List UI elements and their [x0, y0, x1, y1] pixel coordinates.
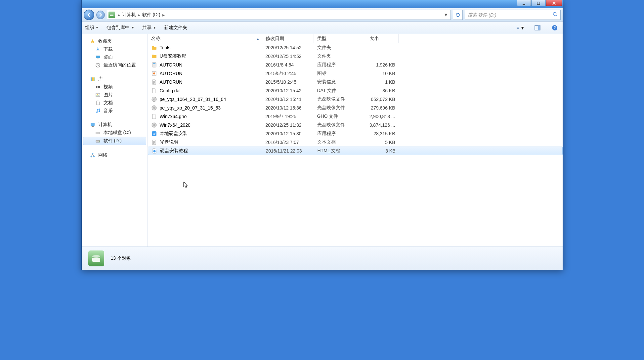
file-row[interactable]: 硬盘安装教程2016/11/21 22:03HTML 文档3 KB — [148, 147, 563, 155]
back-button[interactable] — [84, 10, 94, 20]
file-row[interactable]: 光盘说明2016/10/23 7:07文本文档5 KB — [148, 138, 563, 147]
sidebar-item-label: 图片 — [104, 92, 113, 98]
sidebar-computer-label: 计算机 — [98, 122, 112, 128]
file-date: 2020/10/12 15:42 — [262, 88, 314, 93]
file-row[interactable]: Tools2020/12/25 14:52文件夹 — [148, 43, 563, 52]
file-date: 2020/12/25 11:32 — [262, 122, 314, 128]
file-date: 2019/9/7 19:25 — [262, 114, 314, 119]
file-name: Config.dat — [160, 88, 181, 93]
forward-button[interactable] — [96, 11, 105, 19]
sidebar-item-favorites-1[interactable]: 桌面 — [83, 53, 146, 61]
address-dropdown-button[interactable]: ▾ — [443, 12, 449, 18]
status-object-count: 13 个对象 — [111, 255, 131, 261]
sidebar-item-libraries-3[interactable]: 音乐 — [83, 107, 146, 115]
pictures-icon — [95, 92, 101, 98]
minimize-button[interactable] — [517, 0, 531, 6]
sidebar-item-label: 最近访问的位置 — [104, 62, 136, 68]
file-type: 文件夹 — [314, 53, 366, 59]
file-row[interactable]: pe_yqs_xp_20_07_31_15_532020/10/12 15:36… — [148, 104, 563, 112]
svg-text:?: ? — [553, 25, 556, 30]
file-row[interactable]: 本地硬盘安装2020/10/12 15:30应用程序28,315 KB — [148, 129, 563, 138]
file-row[interactable]: AUTORUN2015/5/10 2:45图标10 KB — [148, 69, 563, 78]
minimize-icon — [522, 1, 526, 5]
command-toolbar: 组织▼ 包含到库中▼ 共享▼ 新建文件夹 ▼ — [82, 22, 563, 34]
sidebar-item-computer-1[interactable]: 软件 (D:) — [83, 137, 146, 145]
sidebar-item-computer-0[interactable]: 本地磁盘 (C:) — [83, 129, 146, 137]
sidebar-item-favorites-0[interactable]: 下载 — [83, 45, 146, 53]
file-row[interactable]: Win7x64_20202020/12/25 11:32光盘映像文件3,874,… — [148, 121, 563, 129]
include-in-library-menu[interactable]: 包含到库中▼ — [107, 25, 134, 31]
file-date: 2016/1/8 4:54 — [262, 62, 314, 68]
refresh-button[interactable] — [453, 10, 463, 20]
sort-ascending-icon: ▴ — [257, 37, 259, 40]
maximize-icon — [537, 1, 540, 5]
sidebar-item-libraries-1[interactable]: 图片 — [83, 91, 146, 99]
sidebar-favorites-header[interactable]: 收藏夹 — [83, 37, 146, 45]
column-header-size[interactable]: 大小 — [366, 34, 399, 43]
file-name: AUTORUN — [160, 71, 183, 76]
txt-icon — [151, 139, 157, 145]
svg-point-3 — [553, 12, 556, 15]
new-folder-button[interactable]: 新建文件夹 — [164, 25, 187, 31]
file-row[interactable]: AUTORUN2016/1/8 4:54应用程序1,926 KB — [148, 61, 563, 69]
help-button[interactable]: ? — [550, 24, 559, 32]
close-icon — [552, 1, 556, 5]
file-size: 1 KB — [366, 79, 399, 85]
file-size: 36 KB — [366, 88, 399, 93]
organize-menu[interactable]: 组织▼ — [85, 25, 99, 31]
drive-large-icon — [88, 250, 104, 266]
file-date: 2016/11/21 22:03 — [263, 148, 314, 154]
include-label: 包含到库中 — [107, 25, 130, 31]
file-date: 2016/10/23 7:07 — [262, 140, 314, 145]
column-header-date[interactable]: 修改日期 — [262, 34, 314, 43]
svg-point-29 — [99, 133, 100, 133]
column-headers: 名称 ▴ 修改日期 类型 大小 — [148, 34, 563, 43]
svg-point-38 — [153, 72, 155, 74]
file-date: 2015/5/10 2:45 — [262, 71, 314, 76]
share-label: 共享 — [142, 25, 151, 31]
column-header-type[interactable]: 类型 — [314, 34, 366, 43]
svg-rect-7 — [517, 27, 519, 28]
file-date: 2020/10/12 15:41 — [262, 97, 314, 102]
file-row[interactable]: AUTORUN2015/5/10 2:45安装信息1 KB — [148, 78, 563, 86]
file-row[interactable]: pe_yqs_1064_20_07_31_16_042020/10/12 15:… — [148, 95, 563, 104]
sidebar-item-label: 本地磁盘 (C:) — [104, 130, 131, 136]
sidebar-item-label: 下载 — [104, 46, 113, 52]
search-input[interactable] — [468, 12, 552, 18]
refresh-icon — [455, 12, 460, 18]
chevron-down-icon: ▼ — [520, 25, 525, 30]
svg-rect-19 — [92, 77, 94, 81]
maximize-button[interactable] — [532, 0, 545, 6]
sidebar-libraries-label: 库 — [98, 76, 103, 82]
preview-pane-button[interactable] — [533, 24, 542, 32]
share-menu[interactable]: 共享▼ — [142, 25, 156, 31]
search-box[interactable] — [465, 10, 561, 20]
close-button[interactable] — [546, 0, 562, 6]
sidebar-network-header[interactable]: 网络 — [83, 151, 146, 159]
address-bar[interactable]: ▸ 计算机 ▸ 软件 (D:) ▸ ▾ — [107, 10, 451, 20]
column-header-name[interactable]: 名称 ▴ — [148, 34, 262, 43]
file-row[interactable]: Config.dat2020/10/12 15:42DAT 文件36 KB — [148, 86, 563, 95]
svg-rect-15 — [96, 56, 100, 58]
network-icon — [90, 152, 96, 158]
file-type: 光盘映像文件 — [314, 122, 366, 128]
breadcrumb-computer[interactable]: 计算机 — [121, 11, 137, 19]
sidebar-item-libraries-2[interactable]: 文档 — [83, 99, 146, 107]
file-size: 279,696 KB — [366, 105, 399, 111]
file-row[interactable]: Win7x64.gho2019/9/7 19:25GHO 文件2,900,813… — [148, 112, 563, 121]
svg-rect-11 — [538, 25, 540, 30]
drive-icon — [108, 12, 115, 18]
sidebar-item-label: 桌面 — [104, 54, 113, 60]
file-row[interactable]: U盘安装教程2020/12/25 14:52文件夹 — [148, 52, 563, 61]
sidebar-item-favorites-2[interactable]: 最近访问的位置 — [83, 61, 146, 69]
svg-point-44 — [153, 124, 155, 126]
sidebar-libraries-header[interactable]: 库 — [83, 75, 146, 83]
iso-icon — [151, 96, 157, 102]
view-options-button[interactable]: ▼ — [516, 24, 525, 32]
sidebar-item-libraries-0[interactable]: 视频 — [83, 83, 146, 91]
svg-rect-1 — [537, 2, 540, 5]
file-rows: Tools2020/12/25 14:52文件夹U盘安装教程2020/12/25… — [148, 43, 563, 247]
file-name: 本地硬盘安装 — [160, 131, 188, 137]
breadcrumb-location[interactable]: 软件 (D:) — [141, 11, 162, 19]
sidebar-computer-header[interactable]: 计算机 — [83, 121, 146, 129]
